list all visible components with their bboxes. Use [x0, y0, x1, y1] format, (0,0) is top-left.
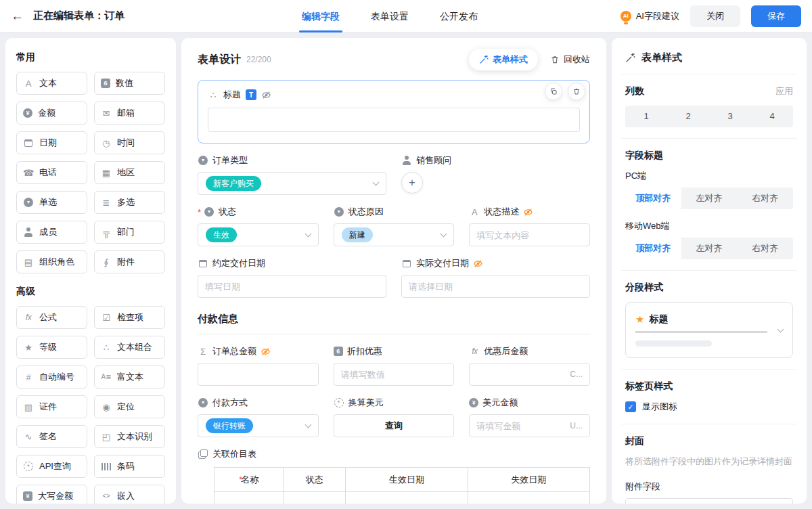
- sidebar-item-auto-number[interactable]: #自动编号: [16, 366, 87, 389]
- sidebar-item-attachment[interactable]: ∮附件: [94, 250, 165, 273]
- column-option-1[interactable]: 1: [625, 106, 667, 127]
- column-option-2[interactable]: 2: [667, 106, 709, 127]
- sidebar-item-date[interactable]: 日期: [16, 131, 87, 154]
- table-header-name: *名称: [215, 468, 284, 492]
- agreed-date-input[interactable]: [205, 282, 379, 292]
- pc-label: PC端: [625, 170, 793, 182]
- field-label: 付款方式: [212, 397, 248, 409]
- field-label: 折扣优惠: [347, 345, 382, 357]
- title-field-block[interactable]: ∴ 标题 T: [198, 80, 590, 143]
- hidden-eye-icon: [523, 207, 533, 217]
- sidebar-item-label: 单选: [39, 196, 57, 208]
- sidebar-item-multi-select[interactable]: ≣多选: [94, 191, 165, 214]
- table-cell: [468, 492, 589, 504]
- tab-public-publish[interactable]: 公开发布: [440, 0, 478, 32]
- sidebar-item-department[interactable]: ╦部门: [94, 221, 165, 244]
- sidebar-item-label: 数值: [116, 77, 133, 89]
- pc-align-right[interactable]: 右对齐: [737, 187, 793, 209]
- ai-field-suggest-button[interactable]: AI AI字段建议: [621, 10, 679, 22]
- chevron-down-icon: [441, 231, 447, 238]
- sidebar-item-text[interactable]: A文本: [16, 72, 87, 95]
- tab-edit-fields[interactable]: 编辑字段: [302, 0, 340, 32]
- title-input[interactable]: [208, 108, 580, 132]
- sidebar-item-text-combo[interactable]: ∴文本组合: [94, 336, 165, 359]
- status-select[interactable]: 生效: [198, 223, 319, 246]
- discounted-amount-input[interactable]: [476, 370, 566, 380]
- query-button[interactable]: 查询: [334, 414, 455, 437]
- sidebar-item-location[interactable]: ◉定位: [94, 395, 165, 418]
- attachment-field-select[interactable]: 请选择: [625, 498, 793, 504]
- section-style-preview[interactable]: ★ 标题: [625, 302, 793, 358]
- back-arrow-icon[interactable]: ←: [11, 9, 24, 22]
- status-reason-select[interactable]: 新建: [334, 223, 455, 246]
- copy-button[interactable]: [545, 83, 562, 100]
- discount-input[interactable]: [341, 370, 447, 380]
- calendar-icon: [24, 139, 32, 147]
- sidebar-item-region[interactable]: ▦地区: [94, 161, 165, 184]
- sidebar-item-ocr[interactable]: ◰文本识别: [94, 425, 165, 448]
- sidebar-item-barcode[interactable]: 条码: [94, 455, 165, 478]
- sidebar-item-number[interactable]: 6数值: [94, 72, 165, 95]
- sidebar-item-signature[interactable]: ∿签名: [16, 425, 87, 448]
- delete-button[interactable]: [568, 83, 585, 100]
- actual-date-input[interactable]: [409, 282, 583, 292]
- recycle-bin-button[interactable]: 回收站: [550, 53, 590, 66]
- single-select-icon: [334, 207, 344, 217]
- mobile-align-left[interactable]: 左对齐: [681, 238, 738, 259]
- sidebar-item-cap-amount[interactable]: ¥大写金额: [16, 485, 87, 504]
- sidebar-item-org-role[interactable]: ▤组织角色: [16, 250, 87, 273]
- ai-button-label: AI字段建议: [636, 10, 679, 22]
- pc-align-left[interactable]: 左对齐: [681, 187, 738, 209]
- table-header-expiry-date: 失效日期: [468, 468, 589, 492]
- form-style-button[interactable]: 表单样式: [469, 49, 538, 70]
- pc-align-top[interactable]: 顶部对齐: [625, 187, 681, 209]
- sidebar-item-phone[interactable]: ☎电话: [16, 161, 87, 184]
- canvas-body: ∴ 标题 T 订单类型 新客户购买 销售顾问 +: [181, 79, 606, 504]
- section-style-label: 分段样式: [625, 282, 793, 294]
- sidebar-item-member[interactable]: 成员: [16, 221, 87, 244]
- sidebar-item-label: 富文本: [117, 371, 143, 383]
- section-title-advanced: 高级: [16, 286, 165, 298]
- sidebar-item-single-select[interactable]: 单选: [16, 191, 87, 214]
- link-record-icon: [198, 449, 208, 459]
- sidebar-item-id-card[interactable]: ▥证件: [16, 395, 87, 418]
- payment-method-select[interactable]: 银行转账: [198, 414, 319, 437]
- sidebar-item-check-item[interactable]: ☑检查项: [94, 306, 165, 329]
- order-total-input[interactable]: [205, 370, 311, 380]
- usd-amount-input[interactable]: [476, 421, 566, 431]
- close-button[interactable]: 关闭: [690, 5, 740, 27]
- sidebar-item-label: 地区: [117, 167, 135, 179]
- sidebar-item-formula[interactable]: fx公式: [16, 306, 87, 329]
- topbar: ← 正在编辑表单：订单 编辑字段 表单设置 公开发布 AI AI字段建议 关闭 …: [0, 0, 812, 32]
- mobile-align-top[interactable]: 顶部对齐: [625, 238, 681, 259]
- table-cell: [346, 492, 468, 504]
- column-option-3[interactable]: 3: [709, 106, 751, 127]
- save-button[interactable]: 保存: [751, 5, 801, 27]
- money-icon: ¥: [469, 398, 478, 407]
- sidebar-item-rating[interactable]: ★等级: [16, 336, 87, 359]
- sidebar-item-label: API查询: [39, 460, 71, 472]
- title-t-badge: T: [246, 89, 256, 100]
- sidebar-item-amount[interactable]: ¥金额: [16, 102, 87, 125]
- tab-form-settings[interactable]: 表单设置: [371, 0, 409, 32]
- sidebar-item-rich-text[interactable]: A≣富文本: [94, 366, 165, 389]
- order-type-select[interactable]: 新客户购买: [198, 172, 386, 195]
- formula-icon: fx: [469, 346, 480, 357]
- api-crosshair-icon: [334, 398, 344, 407]
- ocr-icon: ◰: [101, 431, 112, 442]
- sidebar-item-time[interactable]: ◷时间: [94, 131, 165, 154]
- app: ← 正在编辑表单：订单 编辑字段 表单设置 公开发布 AI AI字段建议 关闭 …: [0, 0, 812, 509]
- sidebar-item-embed[interactable]: <>嵌入: [94, 485, 165, 504]
- phone-icon: ☎: [23, 167, 34, 178]
- apply-link[interactable]: 应用: [775, 85, 793, 97]
- column-option-4[interactable]: 4: [751, 106, 793, 127]
- common-field-grid: A文本 6数值 ¥金额 ✉邮箱 日期 ◷时间 ☎电话 ▦地区 单选 ≣多选 成员…: [16, 72, 165, 273]
- status-desc-input[interactable]: [476, 230, 583, 240]
- add-member-button[interactable]: +: [401, 172, 423, 194]
- trash-icon: [550, 55, 560, 64]
- field-agreed-delivery-date: 约定交付日期: [198, 257, 386, 298]
- sidebar-item-email[interactable]: ✉邮箱: [94, 102, 165, 125]
- sidebar-item-api-query[interactable]: API查询: [16, 455, 87, 478]
- mobile-align-right[interactable]: 右对齐: [737, 238, 793, 259]
- show-icon-checkbox[interactable]: ✓: [625, 401, 636, 412]
